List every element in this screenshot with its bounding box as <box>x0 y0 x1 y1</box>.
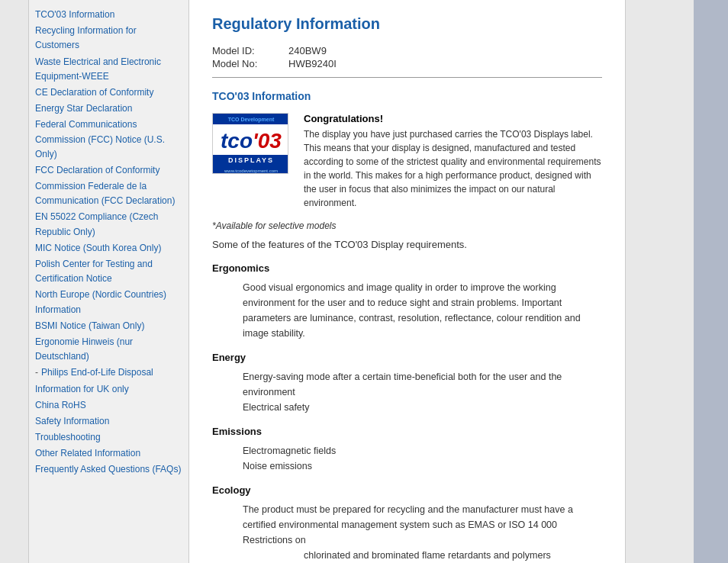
sidebar-item-ce-declaration: CE Declaration of Conformity <box>35 85 182 101</box>
svg-text:tco: tco <box>221 129 253 153</box>
sidebar-item-tco03-info: TCO'03 Information <box>35 8 182 24</box>
sidebar-item-philips-disposal: - Philips End-of-Life Disposal <box>35 365 182 381</box>
sidebar-item-faq: Frequently Asked Questions (FAQs) <box>35 462 182 478</box>
sidebar-item-polish-center: Polish Center for Testing and Certificat… <box>35 257 182 288</box>
left-panel <box>0 0 29 563</box>
sidebar-item-bsmi-notice: BSMI Notice (Taiwan Only) <box>35 319 182 335</box>
sidebar-item-energy-star: Energy Star Declaration <box>35 101 182 117</box>
sidebar-link-north-europe[interactable]: North Europe (Nordic Countries) Informat… <box>35 288 182 317</box>
sidebar-link-philips-disposal[interactable]: Philips End-of-Life Disposal <box>41 365 153 380</box>
sidebar-bullet: - <box>35 365 38 380</box>
sidebar-link-ergonomie[interactable]: Ergonomie Hinweis (nur Deutschland) <box>35 335 182 364</box>
main-content: Regulatory Information Model ID: 240BW9 … <box>189 0 625 563</box>
page-title: Regulatory Information <box>212 15 602 33</box>
sidebar-link-bsmi-notice[interactable]: BSMI Notice (Taiwan Only) <box>35 319 144 333</box>
sidebar-item-fcc-conformity: FCC Declaration of Conformity <box>35 163 182 179</box>
sidebar-item-uk-info: Information for UK only <box>35 382 182 398</box>
energy-line2: Electrical safety <box>243 400 602 415</box>
model-id-value: 240BW9 <box>288 45 327 56</box>
sidebar-item-china-rohs: China RoHS <box>35 398 182 414</box>
sidebar-link-fcc-notice[interactable]: Federal Communications Commission (FCC) … <box>35 117 182 162</box>
model-no-value: HWB9240I <box>288 58 337 69</box>
energy-text: Energy-saving mode after a certain time-… <box>243 369 602 415</box>
sidebar-item-other-related: Other Related Information <box>35 446 182 462</box>
sidebar-link-faq[interactable]: Frequently Asked Questions (FAQs) <box>35 462 181 477</box>
sidebar-link-ce-declaration[interactable]: CE Declaration of Conformity <box>35 85 153 100</box>
sidebar-item-troubleshooting: Troubleshooting <box>35 430 182 446</box>
model-no-label: Model No: <box>212 58 273 69</box>
sidebar-link-uk-info[interactable]: Information for UK only <box>35 382 129 397</box>
tco-description-area: Congratulations! The display you have ju… <box>304 113 602 210</box>
sidebar-item-fcc-notice: Federal Communications Commission (FCC) … <box>35 117 182 163</box>
congratulations-label: Congratulations! <box>304 113 602 124</box>
sidebar-link-tco03-info[interactable]: TCO'03 Information <box>35 8 114 22</box>
right-panel-1 <box>625 0 694 563</box>
tco-description: The display you have just purchased carr… <box>304 127 602 210</box>
ecology-line1: The product must be prepared for recycli… <box>243 502 602 532</box>
tco-logo-svg: TCO Development tco '03 DISPLAYS www.tco… <box>213 114 288 174</box>
sidebar-link-en55022[interactable]: EN 55022 Compliance (Czech Republic Only… <box>35 210 182 239</box>
right-panel-2 <box>694 0 728 563</box>
sidebar-link-troubleshooting[interactable]: Troubleshooting <box>35 430 101 445</box>
emissions-line2: Noise emissions <box>243 458 602 474</box>
model-table: Model ID: 240BW9 Model No: HWB9240I <box>212 45 602 69</box>
ecology-sub-items: chlorinated and brominated flame retarda… <box>304 548 602 563</box>
ergonomics-text: Good visual ergonomics and image quality… <box>243 280 602 341</box>
emissions-line1: Electromagnetic fields <box>243 443 602 458</box>
tco-box: TCO Development tco '03 DISPLAYS www.tco… <box>212 113 602 210</box>
sidebar-link-waste-electrical[interactable]: Waste Electrical and Electronic Equipmen… <box>35 55 182 84</box>
emissions-title: Emissions <box>212 426 602 437</box>
divider <box>212 77 602 78</box>
svg-text:www.tcodevetopment.com: www.tcodevetopment.com <box>224 169 278 173</box>
sidebar-link-commission-federale[interactable]: Commission Federale de la Communication … <box>35 179 182 208</box>
sidebar-item-commission-federale: Commission Federale de la Communication … <box>35 179 182 210</box>
sidebar-link-polish-center[interactable]: Polish Center for Testing and Certificat… <box>35 257 182 286</box>
sidebar-link-energy-star[interactable]: Energy Star Declaration <box>35 101 132 116</box>
sidebar-item-waste-electrical: Waste Electrical and Electronic Equipmen… <box>35 55 182 85</box>
model-id-row: Model ID: 240BW9 <box>212 45 602 56</box>
sidebar-item-ergonomie: Ergonomie Hinweis (nur Deutschland) <box>35 335 182 365</box>
ergonomics-title: Ergonomics <box>212 262 602 274</box>
svg-text:'03: '03 <box>253 129 282 153</box>
sidebar-item-en55022: EN 55022 Compliance (Czech Republic Only… <box>35 210 182 240</box>
ecology-title: Ecology <box>212 484 602 496</box>
available-note: *Available for selective models <box>212 220 602 231</box>
sidebar-link-other-related[interactable]: Other Related Information <box>35 446 140 461</box>
ecology-line2: Restrictions on <box>243 532 602 548</box>
sidebar: TCO'03 InformationRecycling Information … <box>29 0 189 563</box>
sidebar-item-north-europe: North Europe (Nordic Countries) Informat… <box>35 288 182 318</box>
tco-logo: TCO Development tco '03 DISPLAYS www.tco… <box>212 113 288 174</box>
emissions-text: Electromagnetic fields Noise emissions <box>243 443 602 474</box>
tco-section-title: TCO'03 Information <box>212 90 602 102</box>
sidebar-item-recycling: Recycling Information for Customers <box>35 24 182 54</box>
sidebar-link-china-rohs[interactable]: China RoHS <box>35 398 86 413</box>
svg-text:TCO Development: TCO Development <box>228 117 275 123</box>
ecology-text: The product must be prepared for recycli… <box>243 502 602 563</box>
sidebar-link-safety-info[interactable]: Safety Information <box>35 414 109 429</box>
model-id-label: Model ID: <box>212 45 273 56</box>
model-no-row: Model No: HWB9240I <box>212 58 602 69</box>
energy-line1: Energy-saving mode after a certain time-… <box>243 369 602 400</box>
sidebar-link-recycling[interactable]: Recycling Information for Customers <box>35 24 182 53</box>
ecology-sub1: chlorinated and brominated flame retarda… <box>304 548 602 563</box>
sidebar-link-mic-notice[interactable]: MIC Notice (South Korea Only) <box>35 241 161 256</box>
svg-text:DISPLAYS: DISPLAYS <box>228 156 274 164</box>
energy-title: Energy <box>212 352 602 363</box>
some-features-text: Some of the features of the TCO'03 Displ… <box>212 239 602 250</box>
sidebar-link-fcc-conformity[interactable]: FCC Declaration of Conformity <box>35 163 159 178</box>
sidebar-item-mic-notice: MIC Notice (South Korea Only) <box>35 241 182 257</box>
sidebar-item-safety-info: Safety Information <box>35 414 182 430</box>
